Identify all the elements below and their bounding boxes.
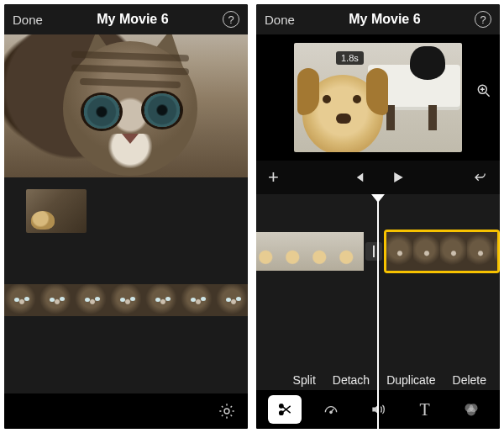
done-button[interactable]: Done bbox=[13, 13, 43, 27]
scissors-icon[interactable] bbox=[268, 395, 302, 424]
done-button[interactable]: Done bbox=[265, 13, 295, 27]
undo-icon[interactable] bbox=[473, 170, 488, 185]
filters-icon[interactable] bbox=[454, 395, 488, 424]
detach-button[interactable]: Detach bbox=[333, 373, 370, 387]
cat-eye bbox=[83, 95, 120, 129]
timeline-clip[interactable] bbox=[4, 284, 248, 316]
timeline[interactable]: Split Detach Duplicate Delete bbox=[256, 194, 500, 429]
svg-point-7 bbox=[467, 408, 475, 416]
transport-bar: + bbox=[256, 161, 500, 194]
top-bar: Done My Movie 6 ? bbox=[4, 4, 248, 34]
preview-frame bbox=[294, 43, 462, 152]
zoom-icon[interactable] bbox=[475, 82, 493, 100]
timeline-frame bbox=[337, 232, 364, 271]
titles-icon[interactable]: T bbox=[408, 395, 442, 424]
help-button[interactable]: ? bbox=[223, 11, 239, 28]
top-bar: Done My Movie 6 ? bbox=[256, 4, 500, 34]
timeline-frame bbox=[75, 284, 110, 316]
timeline-frame bbox=[145, 284, 181, 316]
timeline-frame bbox=[310, 232, 337, 271]
timeline-frame bbox=[110, 284, 145, 316]
timeline-frame bbox=[494, 232, 500, 271]
timeline-frame bbox=[413, 232, 440, 271]
gear-icon[interactable] bbox=[218, 402, 236, 420]
preview-viewer[interactable]: 1.8s bbox=[256, 34, 500, 161]
project-title: My Movie 6 bbox=[43, 12, 223, 27]
cat-nose bbox=[122, 134, 139, 144]
timeline-frame bbox=[39, 284, 75, 316]
timeline-frame bbox=[467, 232, 494, 271]
media-bin-clip[interactable] bbox=[26, 189, 87, 233]
timeline-frame bbox=[4, 284, 39, 316]
timeline-frame bbox=[216, 284, 248, 316]
duplicate-button[interactable]: Duplicate bbox=[386, 373, 435, 387]
help-button[interactable]: ? bbox=[475, 11, 491, 28]
cut-transition[interactable] bbox=[365, 242, 382, 261]
playhead[interactable] bbox=[377, 194, 379, 429]
timeline-clip-a[interactable] bbox=[256, 232, 364, 271]
timeline-frame bbox=[256, 232, 283, 271]
split-button[interactable]: Split bbox=[293, 373, 316, 387]
preview-viewer[interactable] bbox=[4, 34, 248, 177]
svg-point-4 bbox=[330, 411, 332, 413]
timeline-frame bbox=[440, 232, 467, 271]
add-media-button[interactable]: + bbox=[268, 166, 279, 188]
svg-point-2 bbox=[279, 404, 282, 408]
svg-point-0 bbox=[224, 409, 229, 414]
skip-back-icon[interactable] bbox=[351, 170, 366, 185]
timeline-frame bbox=[283, 232, 310, 271]
timeline-frame bbox=[181, 284, 216, 316]
play-icon[interactable] bbox=[390, 170, 405, 185]
bottom-bar bbox=[4, 393, 248, 429]
editor-screen-library: Done My Movie 6 ? bbox=[4, 4, 248, 429]
black-cat bbox=[410, 46, 445, 80]
editor-body bbox=[4, 177, 248, 429]
playhead-time-badge: 1.8s bbox=[336, 51, 364, 65]
editor-screen-clip-selected: Done My Movie 6 ? 1.8s bbox=[256, 4, 500, 429]
project-title: My Movie 6 bbox=[295, 12, 475, 27]
svg-point-3 bbox=[279, 411, 282, 415]
cat-eye bbox=[144, 93, 181, 127]
timeline-frame bbox=[386, 232, 413, 271]
delete-button[interactable]: Delete bbox=[453, 373, 486, 387]
speedometer-icon[interactable] bbox=[314, 395, 348, 424]
timeline-clip-b-selected[interactable] bbox=[384, 230, 500, 273]
